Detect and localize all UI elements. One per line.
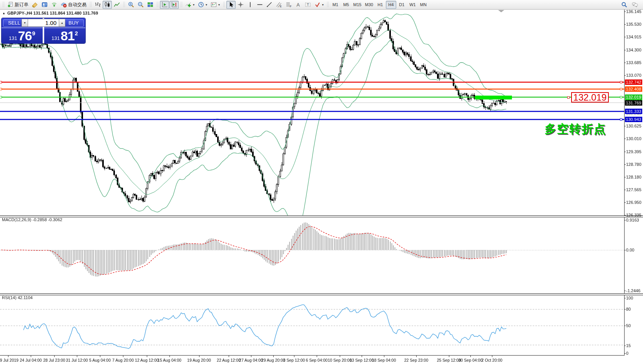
cursor-button[interactable] [226, 1, 236, 9]
time-tick-label: 12 Aug 12:00 [135, 358, 159, 362]
signal-button[interactable] [50, 1, 59, 9]
crosshair-button[interactable] [236, 1, 245, 9]
channel-button[interactable]: E [274, 1, 284, 9]
text-button[interactable]: A [294, 1, 303, 9]
periods-button[interactable]: ▾ [196, 1, 209, 9]
time-tick-mark [317, 356, 317, 357]
time-tick-label: 5 Aug 04:00 [89, 358, 111, 362]
text-label-button[interactable]: T [303, 1, 312, 9]
price-tick-label: 128.180 [626, 175, 641, 179]
buy-price-sup: 2 [75, 30, 78, 36]
templates-icon [211, 2, 217, 8]
signal-icon [51, 2, 57, 8]
volume-increase-button[interactable]: ▲ [59, 19, 65, 27]
toolbar-grip [223, 2, 225, 8]
time-axis[interactable]: 19 Jul 201924 Jul 04:0028 Jul 23:0031 Ju… [0, 355, 643, 364]
price-tick-label: 129.395 [626, 149, 641, 154]
auto-trading-label: 自动交易 [68, 2, 86, 8]
rsi-canvas[interactable] [0, 295, 624, 355]
channel-icon: E [276, 2, 282, 8]
buy-button[interactable]: BUY [63, 19, 84, 27]
sell-price-sup: 9 [32, 30, 35, 36]
volume-decrease-button[interactable]: ▼ [22, 19, 28, 27]
time-tick-label: 28 Jul 23:00 [43, 358, 65, 362]
time-tick-label: 25 Sep 12:00 [437, 358, 461, 362]
price-callout-label[interactable]: 132.019 [571, 92, 609, 103]
zoom-in-icon [128, 2, 134, 8]
timeframe-H4-button[interactable]: H4 [386, 1, 396, 9]
price-line-label: 131.333 [625, 109, 642, 114]
chat-button[interactable] [630, 1, 640, 9]
price-axis[interactable]: 136.145135.530134.915134.300133.685133.0… [624, 10, 643, 364]
chart-shift-icon [171, 2, 177, 8]
macd-canvas[interactable] [0, 217, 624, 293]
dropdown-arrow-icon[interactable]: ▾ [193, 3, 194, 7]
tile-windows-button[interactable] [146, 1, 155, 9]
chinese-annotation-text[interactable]: 多空转折点 [545, 121, 606, 137]
chart-shift-marker-icon[interactable] [498, 10, 504, 12]
timeframe-D1-button[interactable]: D1 [397, 1, 407, 9]
time-tick-label: 18 Sep 04:00 [372, 358, 396, 362]
time-tick-mark [123, 356, 123, 357]
timeframe-M30-button[interactable]: M30 [363, 1, 374, 9]
line-chart-button[interactable] [112, 1, 121, 9]
time-tick-mark [54, 356, 55, 357]
arrows-button[interactable]: ▾ [313, 1, 325, 9]
profiles-button[interactable] [40, 1, 49, 9]
auto-trading-button[interactable]: 自动交易 [59, 1, 88, 9]
horizontal-line-button[interactable] [255, 1, 264, 9]
timeframe-M15-button[interactable]: M15 [352, 1, 363, 9]
collapse-trade-panel-icon[interactable]: ▲ [2, 12, 5, 15]
arrows-icon [314, 2, 321, 8]
toolbar-grip [123, 2, 125, 8]
buy-price-big: 81 [61, 28, 75, 43]
timeframe-MN-button[interactable]: MN [418, 1, 429, 9]
time-tick-label: 30 Sep 04:00 [459, 358, 482, 362]
main-chart-canvas[interactable] [0, 10, 624, 215]
timeframe-M1-button[interactable]: M1 [330, 1, 341, 9]
zoom-out-button[interactable] [136, 1, 145, 9]
search-button[interactable] [620, 1, 629, 9]
fibonacci-button[interactable]: F [284, 1, 293, 9]
tile-windows-icon [147, 2, 153, 8]
auto-scroll-button[interactable] [160, 1, 169, 9]
zoom-in-button[interactable] [126, 1, 136, 9]
pane-separator[interactable] [0, 215, 643, 217]
eraser-button[interactable] [30, 1, 40, 9]
pane-separator[interactable] [0, 293, 643, 295]
time-tick-mark [470, 356, 471, 357]
new-order-button[interactable]: 新订单 [6, 1, 30, 9]
dropdown-arrow-icon[interactable]: ▾ [205, 3, 207, 7]
price-tick-label: 0.9163 [626, 218, 639, 222]
buy-price: 131812 [44, 28, 85, 43]
volume-input[interactable] [28, 19, 59, 27]
time-tick-label: 7 Aug 20:00 [112, 358, 134, 362]
trendline-button[interactable] [265, 1, 274, 9]
vertical-line-button[interactable] [246, 1, 255, 9]
chart-shift-button[interactable] [169, 1, 179, 9]
templates-button[interactable]: ▾ [209, 1, 221, 9]
price-line-label: 132.408 [625, 86, 642, 92]
time-tick-label: 27 Aug 04:00 [239, 358, 263, 362]
chart-window: ▲ GBPJPY-,H4 131.561 131.864 131.480 131… [0, 10, 643, 364]
dropdown-arrow-icon[interactable]: ▾ [322, 3, 324, 7]
dropdown-arrow-icon[interactable]: ▾ [218, 3, 220, 7]
fibonacci-icon: F [286, 2, 292, 8]
time-tick-mark [362, 356, 362, 357]
auto-trading-icon [61, 2, 67, 8]
buy-price-prefix: 131 [52, 35, 60, 41]
timeframe-W1-button[interactable]: W1 [407, 1, 418, 9]
time-tick-mark [294, 356, 294, 357]
timeframe-M5-button[interactable]: M5 [341, 1, 351, 9]
time-tick-label: 22 Sep 23:00 [404, 358, 428, 362]
bar-chart-button[interactable] [93, 1, 102, 9]
time-tick-mark [229, 356, 229, 357]
indicators-button[interactable]: ▾ [184, 1, 196, 9]
candlestick-chart-button[interactable] [103, 1, 112, 9]
eraser-icon [32, 2, 38, 8]
price-tick-label: 0.00 [626, 248, 634, 252]
search-icon [621, 2, 627, 8]
price-line-label: 132.019 [625, 94, 642, 100]
timeframe-H1-button[interactable]: H1 [375, 1, 385, 9]
price-tick-label: 136.145 [626, 9, 641, 14]
